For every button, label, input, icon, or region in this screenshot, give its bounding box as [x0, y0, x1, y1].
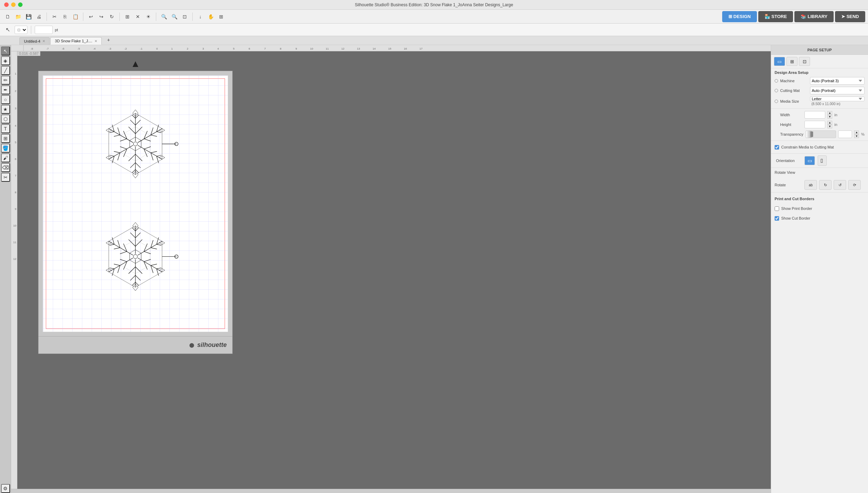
new-tab-button[interactable]: +	[104, 35, 114, 45]
svg-line-32	[144, 147, 151, 149]
design-nav-button[interactable]: ⊞ DESIGN	[722, 11, 757, 22]
width-step-down[interactable]: ▼	[827, 115, 832, 119]
canvas-scroll[interactable]: ▲	[17, 51, 771, 489]
tab-snowflake-close[interactable]: ✕	[94, 39, 97, 43]
width-row: Width 8.500 ▲ ▼ in	[771, 110, 868, 120]
close-button[interactable]	[4, 2, 9, 7]
node-tool[interactable]: ◈	[1, 56, 10, 65]
pencil-tool[interactable]: ✏	[1, 76, 10, 85]
media-size-select[interactable]: Letter A4	[810, 96, 865, 101]
view-tab-page[interactable]: ▭	[774, 57, 785, 66]
svg-line-102	[109, 268, 114, 269]
silhouette-logo-text: silhouette	[197, 341, 227, 349]
send-nav-button[interactable]: ➤ SEND	[835, 11, 865, 22]
star-tool[interactable]: ★	[1, 105, 10, 114]
show-cut-border-checkbox[interactable]	[775, 216, 779, 221]
view-tab-grid[interactable]: ⊞	[786, 57, 798, 66]
height-input[interactable]: 11.000	[804, 121, 825, 128]
width-input[interactable]: 8.500	[804, 111, 825, 119]
cut-icon[interactable]: ✂	[50, 12, 59, 22]
width-step-up[interactable]: ▲	[827, 111, 832, 115]
library-nav-button[interactable]: 📚 LIBRARY	[794, 11, 834, 22]
crop-icon[interactable]: ⊞	[216, 12, 226, 22]
rotate-0-button[interactable]: ab	[804, 180, 817, 190]
shape-tool[interactable]: ○	[1, 95, 10, 104]
polygon-tool[interactable]: ⬡	[1, 114, 10, 124]
svg-line-17	[132, 170, 135, 173]
print-icon[interactable]: 🖨	[34, 12, 44, 22]
height-step-up[interactable]: ▲	[827, 121, 832, 125]
settings-tool[interactable]: ⚙	[1, 484, 10, 493]
zoom-fit-icon[interactable]: ⊡	[180, 12, 190, 22]
paste-icon[interactable]: 📋	[70, 12, 80, 22]
fill-tool[interactable]: 🪣	[1, 144, 10, 153]
select-tool[interactable]: ↖	[1, 46, 10, 56]
svg-line-20	[144, 139, 151, 141]
line-tool[interactable]: ╱	[1, 66, 10, 75]
rotate-180-button[interactable]: ↺	[834, 180, 846, 190]
toolbar: ↖ □ 0.00 pt	[0, 24, 868, 36]
eraser-tool[interactable]: ⌫	[1, 163, 10, 172]
history-tools: ↩ ↪ ↻	[86, 12, 117, 22]
select-tool-icon[interactable]: ↖	[3, 25, 12, 35]
svg-line-98	[120, 259, 127, 262]
horizontal-scrollbar[interactable]	[11, 489, 771, 493]
machine-select[interactable]: Auto (Portrait 3) Silhouette Cameo 4	[810, 77, 865, 85]
orientation-landscape-button[interactable]: ▭	[818, 155, 827, 166]
shape-select[interactable]: □	[15, 26, 27, 34]
file-save-icon[interactable]: 💾	[24, 12, 33, 22]
pan-icon[interactable]: ✋	[206, 12, 216, 22]
fullscreen-button[interactable]	[18, 2, 23, 7]
width-label: Width	[775, 113, 802, 117]
send-nav-label: SEND	[846, 14, 859, 19]
mat-container: ▲	[38, 58, 233, 354]
move-down-icon[interactable]: ↓	[195, 12, 205, 22]
text-tool[interactable]: T	[1, 124, 10, 133]
store-nav-button[interactable]: 🏪 STORE	[758, 11, 793, 22]
show-print-border-checkbox[interactable]	[775, 206, 779, 211]
table-tool[interactable]: ⊞	[1, 134, 10, 143]
cutting-mat-radio[interactable]	[775, 89, 778, 92]
brightness-icon[interactable]: ☀	[143, 12, 153, 22]
transparency-step-up[interactable]: ▲	[854, 130, 859, 134]
transparency-input[interactable]: 20.0	[838, 130, 852, 138]
undo-icon[interactable]: ↩	[86, 12, 96, 22]
transparency-step-down[interactable]: ▼	[854, 134, 859, 138]
crop-tool[interactable]: ✂	[1, 173, 10, 182]
orientation-portrait-button[interactable]: ▭	[804, 156, 815, 165]
rotate-90-button[interactable]: ↻	[819, 180, 832, 190]
separator5	[192, 12, 193, 21]
left-tools-panel: ↖ ◈ ╱ ✏ ✒ ○ ★ ⬡ T ⊞ 🪣 🖌 ⌫ ✂ ⚙	[0, 45, 11, 493]
snowflake-design	[43, 76, 228, 332]
size-input[interactable]: 0.00	[35, 26, 53, 34]
transparency-unit: %	[861, 132, 865, 136]
delete-icon[interactable]: ✕	[133, 12, 143, 22]
svg-line-66	[109, 258, 133, 272]
pen-tool[interactable]: ✒	[1, 85, 10, 94]
tab-untitled[interactable]: Untitled-4 ✕	[19, 37, 50, 45]
constrain-checkbox[interactable]	[775, 145, 779, 150]
zoom-out-icon[interactable]: 🔍	[169, 12, 179, 22]
paint-tool[interactable]: 🖌	[1, 153, 10, 162]
media-size-radio[interactable]	[775, 100, 778, 103]
file-open-icon[interactable]: 📁	[13, 12, 23, 22]
transparency-slider-handle[interactable]	[810, 131, 813, 137]
zoom-tools: 🔍 🔍 ⊡	[159, 12, 190, 22]
cutting-mat-select[interactable]: Auto (Portrait) 12x12	[810, 87, 865, 94]
height-label: Height	[775, 122, 802, 127]
zoom-in-icon[interactable]: 🔍	[159, 12, 169, 22]
minimize-button[interactable]	[11, 2, 16, 7]
tab-untitled-close[interactable]: ✕	[42, 39, 45, 43]
refresh-icon[interactable]: ↻	[107, 12, 117, 22]
height-step-down[interactable]: ▼	[827, 125, 832, 128]
tab-snowflake[interactable]: 3D Snow Flake 1_J.... ✕	[50, 37, 102, 45]
copy-icon[interactable]: ⎘	[60, 12, 70, 22]
file-new-icon[interactable]: 🗋	[3, 12, 12, 22]
redo-icon[interactable]: ↪	[97, 12, 106, 22]
divider3	[771, 153, 868, 154]
machine-radio[interactable]	[775, 79, 778, 83]
view-tab-options[interactable]: ⊡	[799, 57, 810, 66]
align-icon[interactable]: ⊞	[123, 12, 132, 22]
mat-footer: ⬤ silhouette	[39, 336, 232, 354]
rotate-270-button[interactable]: ⟳	[848, 180, 861, 190]
